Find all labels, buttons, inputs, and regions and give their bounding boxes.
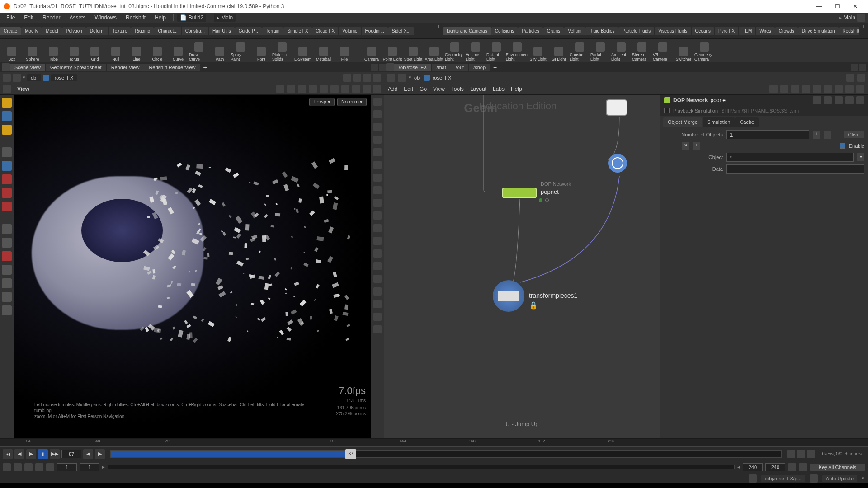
shelf-tab[interactable]: Pyro FX	[715, 27, 738, 35]
light-icon[interactable]	[341, 85, 349, 93]
vertex-icon[interactable]	[373, 211, 382, 220]
network-graph[interactable]: Education Edition Geom	[384, 95, 660, 438]
net-menu-add[interactable]: Add	[388, 86, 397, 92]
playback-checkbox[interactable]	[664, 108, 670, 113]
layout-icon[interactable]	[363, 85, 371, 93]
param-flag-icon[interactable]	[824, 96, 832, 104]
tool-button[interactable]: Geometry Camera	[694, 40, 714, 61]
chan-icon5[interactable]	[46, 463, 54, 471]
tool-button[interactable]: Switcher	[674, 40, 693, 61]
menu-assets[interactable]: Assets	[66, 14, 89, 22]
tool-button[interactable]: Environment Light	[507, 40, 527, 61]
pause-button[interactable]: ⏸	[38, 449, 48, 459]
end-frame-input[interactable]	[743, 463, 763, 471]
hull-icon[interactable]	[373, 224, 382, 232]
menu-windows[interactable]: Windows	[91, 14, 120, 22]
prim-icon[interactable]	[373, 199, 382, 207]
construct-icon[interactable]	[2, 224, 12, 234]
net-menu-go[interactable]: Go	[420, 86, 427, 92]
step-back-button[interactable]: ◀	[14, 449, 24, 459]
net-tool4-icon[interactable]	[802, 85, 810, 93]
tool-button[interactable]: Box	[2, 40, 22, 61]
net-tab-out[interactable]: /out	[451, 64, 468, 71]
shelf-tab[interactable]: Particles	[518, 27, 542, 35]
main-desktop-dropdown[interactable]: ▸ Main	[214, 14, 236, 22]
add-pane-tab-left[interactable]: +	[201, 64, 210, 71]
pane-tab-redshift-renderview[interactable]: Redshift RenderView	[144, 64, 200, 71]
shelf-tab[interactable]: Viscous Fluids	[655, 27, 691, 35]
tool-button[interactable]: Metaball	[314, 40, 334, 61]
net-path-obj[interactable]: obj	[414, 75, 421, 80]
shelf-tab[interactable]: Rigging	[131, 27, 154, 35]
shelf-tab[interactable]: Vellum	[564, 27, 585, 35]
net-tab-mat[interactable]: /mat	[432, 64, 450, 71]
path-back-icon[interactable]	[3, 74, 11, 82]
shelf-tab[interactable]: Constra...	[182, 27, 208, 35]
time-marker[interactable]: 87	[345, 449, 356, 459]
persp-dropdown[interactable]: Persp ▾	[309, 98, 335, 106]
camera-icon[interactable]	[352, 85, 360, 93]
tool-button[interactable]: Platonic Solids	[272, 40, 292, 61]
param-search-icon[interactable]	[835, 96, 843, 104]
add-shelf-tab-right[interactable]: +	[859, 23, 868, 38]
cam-dropdown[interactable]: No cam ▾	[337, 98, 367, 106]
marker-icon[interactable]	[373, 262, 382, 270]
pane-tab-scene-view[interactable]: Scene View	[10, 64, 45, 71]
tool-button[interactable]: Area Light	[424, 40, 444, 61]
shelf-tab[interactable]: Crowds	[775, 27, 798, 35]
current-frame-input[interactable]	[61, 450, 81, 458]
param-tab-simulation[interactable]: Simulation	[703, 117, 735, 127]
grid3d-icon[interactable]	[373, 300, 382, 308]
goto-start-button[interactable]: ⏮	[3, 449, 13, 459]
desktop-menu-button[interactable]	[857, 14, 865, 22]
menu-render[interactable]: Render	[39, 14, 64, 22]
tool-button[interactable]: Portal Light	[590, 40, 610, 61]
chan-icon1[interactable]	[3, 463, 11, 471]
path-opt1-icon[interactable]	[363, 74, 371, 82]
shelf-tab[interactable]: Terrain	[262, 27, 283, 35]
shelf-tab[interactable]: Create	[0, 27, 21, 35]
uv-icon[interactable]	[373, 249, 382, 258]
wire-icon[interactable]	[373, 148, 382, 156]
lock2-icon[interactable]	[373, 123, 382, 131]
item-remove[interactable]: ✕	[682, 142, 689, 150]
menu-redshift[interactable]: Redshift	[122, 14, 149, 22]
chan-opt-icon[interactable]	[788, 463, 796, 471]
tool-button[interactable]: Sphere	[23, 40, 42, 61]
pane-maximize-icon[interactable]	[379, 64, 386, 71]
tool-button[interactable]: Ambient Light	[611, 40, 631, 61]
bg-icon[interactable]	[373, 313, 382, 321]
snap-icon[interactable]	[287, 85, 295, 93]
range-end-button[interactable]: ▶	[95, 449, 105, 459]
red3-icon[interactable]	[2, 202, 12, 211]
help-icon[interactable]	[373, 85, 381, 93]
tool-button[interactable]: Torus	[64, 40, 84, 61]
path-pin-icon[interactable]	[343, 74, 351, 82]
net-link-icon[interactable]	[857, 74, 865, 82]
normal-icon[interactable]	[373, 174, 382, 182]
status-msg-icon[interactable]	[749, 474, 757, 483]
close-button[interactable]: ✕	[846, 3, 864, 9]
minimize-button[interactable]: —	[810, 3, 828, 9]
shelf-tab[interactable]: Polygon	[62, 27, 86, 35]
tool-button[interactable]: File	[335, 40, 354, 61]
move-tool-icon[interactable]	[2, 111, 12, 121]
tool-icon[interactable]	[2, 292, 12, 302]
net-tool6-icon[interactable]	[824, 85, 832, 93]
path-link-icon[interactable]	[353, 74, 361, 82]
disp-icon[interactable]	[373, 325, 382, 333]
tool-button[interactable]: Distant Light	[486, 40, 506, 61]
shelf-tab[interactable]: Modify	[21, 27, 42, 35]
step-fwd-button[interactable]: ▶▶	[50, 449, 60, 459]
net-tool7-icon[interactable]	[835, 85, 843, 93]
circle-tool-icon[interactable]	[2, 278, 12, 288]
red1-icon[interactable]	[2, 174, 12, 184]
view-tool-icon[interactable]	[3, 85, 11, 93]
pane-tab-geo-spreadsheet[interactable]: Geometry Spreadsheet	[46, 64, 106, 71]
disp-opt-icon[interactable]	[373, 98, 382, 106]
shelf-tab[interactable]: FEM	[739, 27, 755, 35]
paint-icon[interactable]	[2, 238, 12, 248]
tool-button[interactable]: GI Light	[549, 40, 569, 61]
end-frame-input2[interactable]	[765, 463, 785, 471]
grid-icon[interactable]	[309, 85, 317, 93]
